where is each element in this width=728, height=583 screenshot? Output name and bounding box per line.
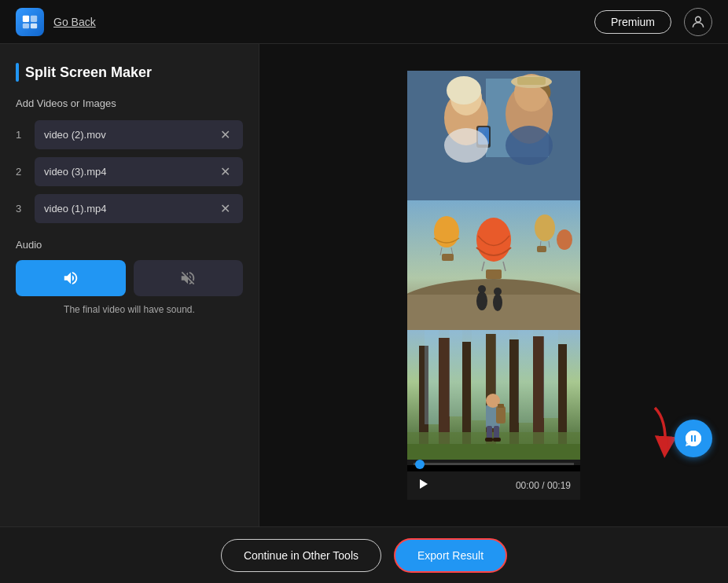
svg-rect-3 [31,23,37,28]
video-input-1[interactable]: video (2).mov ✕ [35,120,243,149]
video-remove-btn-3[interactable]: ✕ [217,201,233,216]
sidebar: Split Screen Maker Add Videos or Images … [0,44,259,526]
main-layout: Split Screen Maker Add Videos or Images … [0,44,728,526]
svg-rect-53 [543,330,558,418]
sidebar-title-wrapper: Split Screen Maker [16,63,243,82]
time-display: 00:00 / 00:19 [516,480,571,491]
video-item-2: 2 video (3).mp4 ✕ [16,157,243,186]
svg-rect-61 [493,438,501,442]
export-button[interactable]: Export Result [394,538,507,573]
progress-bar[interactable] [414,463,574,465]
user-account-icon[interactable] [684,8,712,36]
video-filename-2: video (3).mp4 [44,166,106,178]
video-frame-2 [407,200,580,330]
progress-thumb [415,460,425,469]
svg-rect-49 [449,330,462,416]
premium-button[interactable]: Premium [594,10,671,34]
bottom-bar: Continue in Other Tools Export Result [0,526,728,583]
preview-area: 00:00 / 00:19 [259,44,728,526]
audio-note: The final video will have sound. [16,304,243,315]
video-filename-3: video (1).mp4 [44,203,106,214]
svg-rect-56 [496,406,506,424]
audio-label: Audio [16,239,243,251]
video-number-2: 2 [16,166,27,178]
header-left: Go Back [16,8,96,36]
svg-point-35 [478,285,486,293]
svg-point-29 [535,214,555,241]
add-videos-label: Add Videos or Images [16,97,243,109]
svg-point-14 [506,126,553,165]
svg-point-37 [494,288,502,295]
video-frame-1 [407,71,580,200]
svg-rect-57 [498,404,504,408]
svg-rect-17 [517,77,546,85]
svg-point-15 [444,128,488,163]
app-logo-icon [21,13,39,31]
header-right: Premium [594,8,712,36]
svg-marker-62 [420,479,428,489]
svg-rect-28 [442,254,454,261]
audio-sound-button[interactable] [16,260,126,296]
svg-rect-2 [23,23,29,28]
video-remove-btn-2[interactable]: ✕ [217,164,233,179]
svg-point-36 [493,294,502,311]
video-filename-1: video (2).mov [44,129,106,141]
svg-rect-0 [23,15,29,21]
continue-button[interactable]: Continue in Other Tools [221,539,381,572]
video-item-3: 3 video (1).mp4 ✕ [16,194,243,223]
app-icon [16,8,44,36]
video-item-1: 1 video (2).mov ✕ [16,120,243,149]
red-arrow-indicator [635,404,675,462]
svg-point-9 [447,76,481,104]
sidebar-accent-bar [16,63,19,82]
video-remove-btn-1[interactable]: ✕ [217,127,233,142]
svg-rect-52 [518,330,533,423]
audio-mute-button[interactable] [134,260,244,296]
svg-rect-32 [537,246,546,252]
svg-rect-50 [472,330,486,420]
svg-rect-24 [486,270,502,279]
svg-rect-1 [31,15,37,21]
go-back-link[interactable]: Go Back [53,16,96,28]
video-frame-3 [407,330,580,460]
app-header: Go Back Premium [0,0,728,44]
video-number-3: 3 [16,203,27,214]
video-input-2[interactable]: video (3).mp4 ✕ [35,157,243,186]
chat-support-button[interactable] [675,420,712,457]
video-number-1: 1 [16,129,27,141]
video-input-3[interactable]: video (1).mp4 ✕ [35,194,243,223]
audio-section: Audio The final video will have sound. [16,239,243,315]
svg-point-33 [557,229,572,250]
video-controls: 00:00 / 00:19 [407,471,580,500]
svg-rect-48 [425,330,439,424]
play-button[interactable] [417,478,429,493]
svg-point-34 [476,292,487,310]
audio-buttons [16,260,243,296]
video-preview-container: 00:00 / 00:19 [407,71,580,500]
preview-content: 00:00 / 00:19 [259,44,728,526]
svg-rect-47 [407,444,580,460]
svg-rect-60 [485,438,493,442]
svg-point-4 [696,16,701,22]
sidebar-title: Split Screen Maker [25,64,152,81]
